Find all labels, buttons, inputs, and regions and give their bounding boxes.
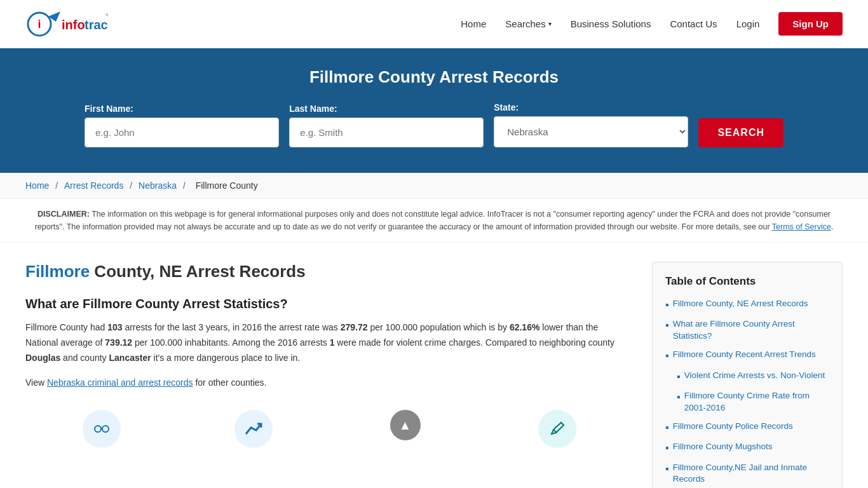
last-name-input[interactable] [289, 118, 484, 147]
p2-before: View [25, 377, 47, 388]
state-label: State: [494, 102, 519, 112]
toc-link[interactable]: Fillmore County Police Records [673, 421, 793, 433]
county2-name: Lancaster [109, 353, 151, 363]
toc-link[interactable]: Fillmore County Crime Rate from 2001-201… [684, 390, 829, 414]
trend-up-icon [234, 410, 273, 448]
icon-handcuffs [76, 410, 127, 448]
county1-name: Douglas [25, 353, 60, 363]
toc-item: ▪Violent Crime Arrests vs. Non-Violent [677, 370, 829, 384]
nav-business-solutions[interactable]: Business Solutions [571, 18, 651, 29]
heading-rest: County, NE Arrest Records [90, 262, 306, 281]
svg-text:info: info [62, 18, 85, 32]
handcuffs-icon [83, 410, 121, 448]
page-heading: Fillmore County, NE Arrest Records [25, 262, 633, 281]
back-to-top-button[interactable]: ▲ [390, 410, 421, 440]
first-name-input[interactable] [85, 118, 279, 147]
icons-row: ▲ [25, 403, 633, 448]
toc-bullet-icon: ▪ [665, 462, 669, 476]
first-name-group: First Name: [85, 104, 279, 147]
last-name-label: Last Name: [289, 104, 337, 114]
section1-paragraph2: View Nebraska criminal and arrest record… [25, 376, 633, 391]
nav-searches-container[interactable]: Searches ▾ [505, 18, 551, 29]
toc-link[interactable]: Fillmore County, NE Arrest Records [673, 298, 808, 310]
chevron-down-icon: ▾ [548, 20, 552, 27]
toc-bullet-icon: ▪ [665, 349, 669, 363]
breadcrumb-nebraska[interactable]: Nebraska [139, 180, 177, 191]
breadcrumb-sep2: / [130, 180, 135, 191]
toc-item: ▪What are Fillmore County Arrest Statist… [665, 318, 829, 342]
toc-item: ▪Fillmore County Police Records [665, 421, 829, 435]
disclaimer-label: DISCLAIMER: [37, 210, 90, 219]
svg-text:™: ™ [105, 13, 108, 19]
svg-text:tracer: tracer [85, 18, 108, 32]
toc-bullet-icon: ▪ [665, 421, 669, 435]
disclaimer-period: . [831, 222, 833, 231]
toc-item: ▪Fillmore County Recent Arrest Trends [665, 349, 829, 363]
toc-link[interactable]: Fillmore County,NE Jail and Inmate Recor… [673, 462, 829, 486]
disclaimer-text: The information on this webpage is for g… [35, 210, 831, 231]
p1-end: it's a more dangerous place to live in. [151, 353, 301, 363]
arrest-rate: 279.72 [341, 322, 368, 332]
breadcrumb-home[interactable]: Home [25, 180, 49, 191]
toc-bullet-icon: ▪ [665, 298, 669, 312]
toc-item: ▪Fillmore County Mugshots [665, 441, 829, 455]
first-name-label: First Name: [85, 104, 133, 114]
p1-mid1: arrests for the last 3 years, in 2016 th… [123, 322, 341, 332]
svg-point-5 [95, 426, 101, 432]
terms-link[interactable]: Terms of Service [772, 222, 831, 231]
logo[interactable]: i info tracer ™ [25, 6, 108, 41]
header: i info tracer ™ Home Searches ▾ Business… [0, 0, 868, 48]
toc-bullet-icon: ▪ [677, 370, 681, 384]
hero-title: Fillmore County Arrest Records [25, 67, 843, 87]
login-button[interactable]: Login [736, 18, 760, 29]
disclaimer-bar: DISCLAIMER: The information on this webp… [0, 199, 868, 243]
p2-after: for other counties. [193, 377, 267, 388]
breadcrumb-arrest-records[interactable]: Arrest Records [64, 180, 123, 191]
toc-item: ▪Fillmore County Crime Rate from 2001-20… [677, 390, 829, 414]
toc-item: ▪Fillmore County,NE Jail and Inmate Reco… [665, 462, 829, 486]
state-select[interactable]: Nebraska Alabama Alaska Arizona Arkansas… [494, 116, 688, 147]
heading-highlight: Fillmore [25, 262, 90, 281]
p1-before: Fillmore County had [25, 322, 107, 332]
p1-mid5: were made for violent crime charges. Com… [334, 337, 614, 348]
national-avg: 739.12 [105, 337, 132, 348]
nav-contact-us[interactable]: Contact Us [670, 18, 717, 29]
toc-bullet-icon: ▪ [665, 441, 669, 455]
toc-bullet-icon: ▪ [677, 390, 681, 404]
state-group: State: Nebraska Alabama Alaska Arizona A… [494, 102, 688, 147]
content-right: Table of Contents ▪Fillmore County, NE A… [652, 262, 843, 488]
content-left: Fillmore County, NE Arrest Records What … [25, 262, 633, 488]
toc-list: ▪Fillmore County, NE Arrest Records▪What… [665, 298, 829, 488]
arrests-number: 103 [107, 322, 122, 332]
toc-link[interactable]: Violent Crime Arrests vs. Non-Violent [684, 370, 825, 382]
signup-button[interactable]: Sign Up [778, 12, 843, 36]
p1-mid4: per 100.000 inhabitants. Among the 2016 … [132, 337, 330, 348]
table-of-contents: Table of Contents ▪Fillmore County, NE A… [652, 262, 843, 488]
breadcrumb-sep3: / [183, 180, 188, 191]
main-content: Fillmore County, NE Arrest Records What … [0, 243, 868, 488]
breadcrumb-current: Fillmore County [196, 180, 258, 191]
section1-paragraph1: Fillmore County had 103 arrests for the … [25, 320, 633, 365]
breadcrumb: Home / Arrest Records / Nebraska / Fillm… [0, 173, 868, 199]
svg-text:i: i [37, 18, 41, 30]
section1-heading: What are Fillmore County Arrest Statisti… [25, 297, 633, 311]
nebraska-records-link[interactable]: Nebraska criminal and arrest records [47, 377, 193, 388]
toc-heading: Table of Contents [665, 275, 829, 288]
toc-link[interactable]: What are Fillmore County Arrest Statisti… [673, 318, 829, 342]
toc-bullet-icon: ▪ [665, 318, 669, 332]
search-form: First Name: Last Name: State: Nebraska A… [85, 102, 783, 147]
toc-item: ▪Fillmore County, NE Arrest Records [665, 298, 829, 312]
edit-icon [538, 410, 576, 448]
main-nav: Home Searches ▾ Business Solutions Conta… [461, 12, 843, 36]
toc-link[interactable]: Fillmore County Mugshots [673, 441, 773, 453]
svg-point-6 [102, 426, 109, 432]
pct-lower: 62.16% [510, 322, 539, 332]
p1-mid6: and county [60, 353, 109, 363]
nav-searches[interactable]: Searches [505, 18, 545, 29]
nav-home[interactable]: Home [461, 18, 486, 29]
icon-arrow-up [228, 410, 279, 448]
last-name-group: Last Name: [289, 104, 484, 147]
toc-link[interactable]: Fillmore County Recent Arrest Trends [673, 349, 816, 361]
search-button[interactable]: SEARCH [698, 118, 783, 147]
scroll-top-button[interactable]: ▲ [380, 410, 431, 448]
